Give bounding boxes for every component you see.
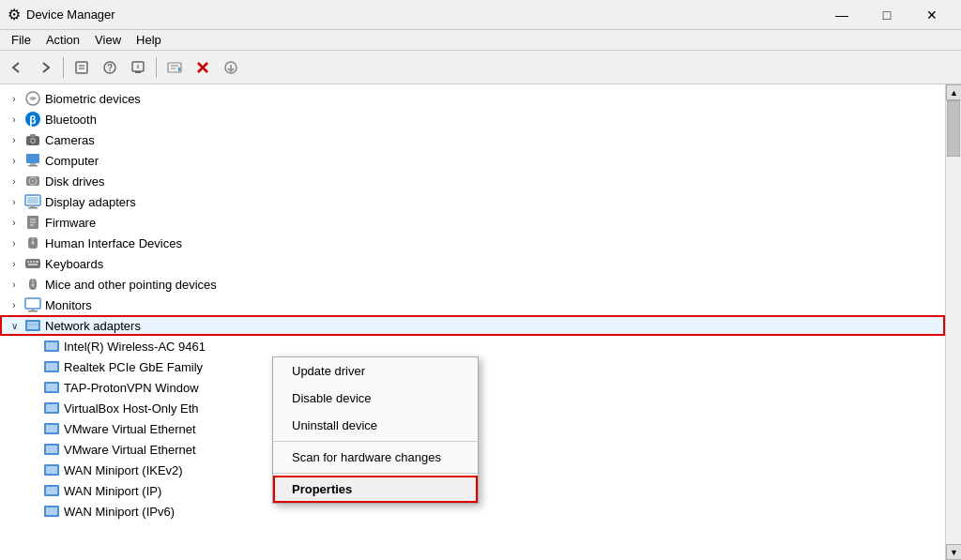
scrollbar-down-button[interactable]: ▼ <box>946 544 961 560</box>
menu-view[interactable]: View <box>87 31 129 49</box>
tree-item-bluetooth[interactable]: › β Bluetooth <box>0 109 945 129</box>
label-monitors: Monitors <box>45 298 92 312</box>
menu-file[interactable]: File <box>4 31 38 49</box>
help-toolbar-button[interactable]: ? <box>97 54 123 81</box>
svg-rect-66 <box>46 446 57 453</box>
context-update-driver[interactable]: Update driver <box>273 357 478 385</box>
chevron-network: ∨ <box>8 319 21 332</box>
svg-rect-42 <box>30 261 32 263</box>
tree-item-computer[interactable]: › Computer <box>0 150 945 171</box>
uninstall-toolbar-button[interactable] <box>190 54 216 81</box>
properties-toolbar-button[interactable] <box>69 54 95 81</box>
label-bluetooth: Bluetooth <box>45 113 97 127</box>
scrollbar[interactable]: ▲ ▼ <box>945 84 961 560</box>
chevron-firmware: › <box>8 216 21 229</box>
chevron-mice: › <box>8 278 21 291</box>
icon-firmware <box>24 214 41 231</box>
svg-rect-41 <box>27 261 29 263</box>
label-wan1: WAN Miniport (IKEv2) <box>64 463 183 477</box>
chevron-displayadapters: › <box>8 195 21 208</box>
context-menu: Update driver Disable device Uninstall d… <box>272 356 479 504</box>
scrollbar-up-button[interactable]: ▲ <box>946 84 961 100</box>
window-controls: — □ ✕ <box>820 1 953 29</box>
toolbar-separator-2 <box>156 57 157 78</box>
svg-rect-62 <box>46 404 57 412</box>
context-disable-device[interactable]: Disable device <box>273 385 478 412</box>
tree-item-displayadapters[interactable]: › Display adapters <box>0 191 945 212</box>
icon-cameras <box>24 131 41 148</box>
close-button[interactable]: ✕ <box>910 1 953 29</box>
svg-rect-58 <box>46 363 57 371</box>
icon-realtek-adapter <box>43 358 60 375</box>
tree-item-biometric[interactable]: › Biometric devices <box>0 88 945 109</box>
label-cameras: Cameras <box>45 133 95 147</box>
label-displayadapters: Display adapters <box>45 195 136 209</box>
tree-item-cameras[interactable]: › Cameras <box>0 129 945 150</box>
chevron-cameras: › <box>8 133 21 146</box>
tree-item-hid[interactable]: › Human Interface Devices <box>0 233 945 253</box>
tree-item-network[interactable]: ∨ Network adapters <box>0 315 945 336</box>
svg-rect-60 <box>46 384 57 391</box>
device-tree[interactable]: › Biometric devices › β Bluetooth › <box>0 84 945 560</box>
icon-vmware2-adapter <box>43 441 60 458</box>
forward-button[interactable] <box>32 54 58 81</box>
label-tap: TAP-ProtonVPN Window <box>64 381 199 395</box>
tree-item-firmware[interactable]: › Firmware <box>0 212 945 233</box>
main-area: › Biometric devices › β Bluetooth › <box>0 84 961 560</box>
download-toolbar-button[interactable] <box>218 54 244 81</box>
svg-rect-30 <box>27 197 38 204</box>
update-driver-toolbar-button[interactable] <box>161 54 188 81</box>
tree-item-diskdrives[interactable]: › Disk drives <box>0 171 945 191</box>
scan-hardware-toolbar-button[interactable] <box>125 54 151 81</box>
context-properties[interactable]: Properties <box>273 476 478 503</box>
svg-point-28 <box>32 180 34 182</box>
tree-item-keyboards[interactable]: › Keyboards <box>0 253 945 274</box>
chevron-hid: › <box>8 236 21 250</box>
icon-wan1-adapter <box>43 462 60 478</box>
icon-diskdrives <box>24 173 41 189</box>
tree-item-wan3[interactable]: WAN Miniport (IPv6) <box>0 501 945 522</box>
svg-text:?: ? <box>107 63 113 73</box>
icon-network <box>24 317 41 334</box>
svg-point-39 <box>32 242 35 245</box>
chevron-diskdrives: › <box>8 174 21 188</box>
icon-tap-adapter <box>43 379 60 396</box>
icon-monitors <box>24 296 41 313</box>
icon-bluetooth: β <box>24 111 41 128</box>
tree-item-intel[interactable]: Intel(R) Wireless-AC 9461 <box>0 336 945 356</box>
label-wan3: WAN Miniport (IPv6) <box>64 505 175 519</box>
svg-rect-50 <box>31 309 35 310</box>
label-vmware2: VMware Virtual Ethernet <box>64 443 196 457</box>
window-title: Device Manager <box>26 8 115 22</box>
icon-biometric <box>24 90 41 107</box>
icon-virtualbox-adapter <box>43 400 60 416</box>
tree-item-monitors[interactable]: › Monitors <box>0 295 945 315</box>
label-network: Network adapters <box>45 319 141 333</box>
label-keyboards: Keyboards <box>45 257 103 271</box>
scrollbar-thumb[interactable] <box>947 100 960 157</box>
tree-item-mice[interactable]: › Mice and other pointing devices <box>0 274 945 295</box>
svg-rect-31 <box>30 205 36 207</box>
toolbar: ? <box>0 51 961 84</box>
icon-keyboards <box>24 255 41 272</box>
svg-rect-32 <box>28 207 38 209</box>
svg-rect-23 <box>26 154 39 163</box>
minimize-button[interactable]: — <box>820 1 863 29</box>
back-button[interactable] <box>4 54 30 81</box>
svg-rect-43 <box>33 261 35 263</box>
menu-help[interactable]: Help <box>129 31 169 49</box>
icon-displayadapters <box>24 193 41 210</box>
maximize-button[interactable]: □ <box>865 1 908 29</box>
context-scan-hardware[interactable]: Scan for hardware changes <box>273 444 478 471</box>
svg-rect-24 <box>30 163 36 165</box>
icon-computer <box>24 152 41 169</box>
svg-rect-25 <box>28 165 38 167</box>
scrollbar-track[interactable] <box>946 100 961 544</box>
label-mice: Mice and other pointing devices <box>45 278 217 292</box>
chevron-computer: › <box>8 154 21 167</box>
context-uninstall-device[interactable]: Uninstall device <box>273 412 478 439</box>
menu-action[interactable]: Action <box>38 31 87 49</box>
svg-rect-53 <box>27 322 38 329</box>
label-hid: Human Interface Devices <box>45 236 182 250</box>
app-icon: ⚙ <box>8 6 21 23</box>
